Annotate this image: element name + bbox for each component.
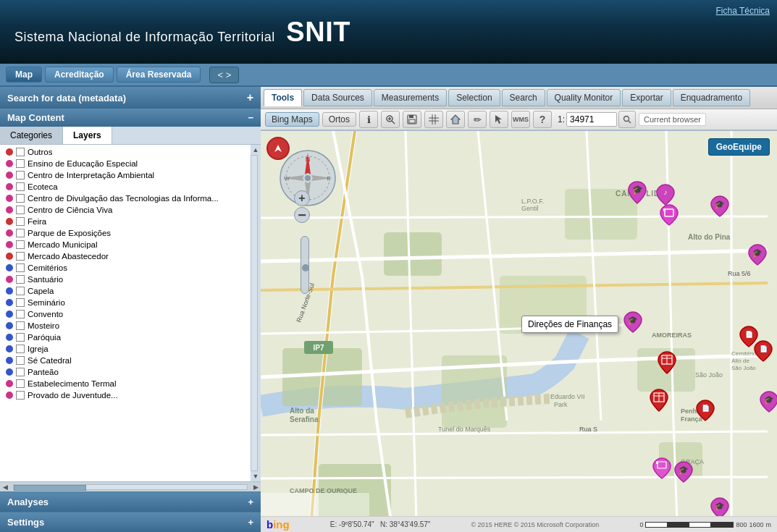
layer-item[interactable]: Centro de Interpretação Ambiental: [0, 169, 251, 181]
layer-item[interactable]: Feira: [0, 216, 251, 227]
ficha-tecnica-link[interactable]: Ficha Técnica: [716, 6, 770, 16]
marker-grad-4[interactable]: 🎓: [673, 460, 694, 486]
marker-grid-3[interactable]: [657, 350, 677, 377]
zoom-out-btn[interactable]: −: [294, 207, 310, 223]
marker-grad-5[interactable]: [652, 457, 672, 482]
marker-grad-6[interactable]: 🎓: [710, 497, 730, 516]
marker-3[interactable]: [659, 203, 679, 229]
nav-map-btn[interactable]: Map: [6, 67, 42, 83]
layer-item[interactable]: Seminário: [0, 297, 251, 308]
layer-checkbox[interactable]: [16, 263, 25, 272]
geoequipe-btn[interactable]: GeoEquipe: [708, 138, 770, 156]
layer-item[interactable]: Cemitérios: [0, 262, 251, 274]
layer-item[interactable]: Capela: [0, 285, 251, 297]
scroll-down-arrow[interactable]: ▼: [251, 471, 261, 481]
marker-grad-1[interactable]: 🎓: [623, 311, 643, 336]
search-section-header[interactable]: Search for data (metadata) +: [0, 87, 261, 109]
layer-checkbox[interactable]: [16, 252, 25, 261]
bing-maps-btn[interactable]: Bing Maps: [265, 112, 319, 127]
scroll-track[interactable]: [251, 155, 258, 471]
home-icon-btn[interactable]: [446, 111, 465, 128]
help-icon-btn[interactable]: ?: [533, 111, 552, 128]
marker-grad-2[interactable]: 🎓: [759, 390, 777, 415]
layer-item[interactable]: Estabelecimento Termal: [0, 378, 251, 389]
layer-item[interactable]: Provado de Juventude...: [0, 389, 251, 401]
scroll-left-arrow[interactable]: ◀: [0, 484, 10, 491]
settings-expand-btn[interactable]: +: [248, 517, 253, 528]
layer-item[interactable]: Igreja: [0, 343, 251, 355]
scale-search-btn[interactable]: [618, 111, 636, 128]
scroll-up-arrow[interactable]: ▲: [251, 145, 261, 155]
marker-4[interactable]: 🎓: [710, 195, 730, 220]
layer-item[interactable]: Outros: [0, 146, 251, 158]
info-icon-btn[interactable]: ℹ: [359, 111, 378, 128]
search-expand-btn[interactable]: +: [247, 91, 253, 104]
layer-checkbox[interactable]: [16, 298, 25, 307]
map-canvas[interactable]: IP7 Rua Norte-Sul Rua 5/6 Rua S: [261, 131, 777, 516]
h-scroll-thumb[interactable]: [14, 485, 86, 491]
zoom-in-icon-btn[interactable]: [381, 111, 400, 128]
layer-item[interactable]: Centro de Ciência Viva: [0, 204, 251, 216]
h-scroll-track[interactable]: [13, 484, 248, 490]
analyses-section[interactable]: Analyses +: [0, 491, 261, 512]
layer-checkbox[interactable]: [16, 217, 25, 226]
nav-acreditacao-btn[interactable]: Acreditação: [45, 67, 114, 83]
layer-checkbox[interactable]: [16, 345, 25, 353]
layer-checkbox[interactable]: [16, 229, 25, 237]
select-icon-btn[interactable]: [490, 111, 508, 128]
layer-checkbox[interactable]: [16, 159, 25, 168]
marker-red-3[interactable]: 📄: [753, 339, 773, 365]
tab-layers[interactable]: Layers: [63, 127, 112, 144]
grid-icon-btn[interactable]: [424, 111, 443, 128]
layer-checkbox[interactable]: [16, 240, 25, 249]
layer-checkbox[interactable]: [16, 356, 25, 365]
layer-checkbox[interactable]: [16, 148, 25, 156]
layer-item[interactable]: Mercado Municipal: [0, 239, 251, 250]
layer-checkbox[interactable]: [16, 182, 25, 191]
layer-item[interactable]: Paróquia: [0, 332, 251, 343]
marker-1[interactable]: 🎓: [626, 180, 648, 207]
layer-item[interactable]: Centro de Divulgação das Tecnologias da …: [0, 193, 251, 204]
marker-grid-1[interactable]: [649, 388, 669, 415]
layer-item[interactable]: Santuário: [0, 274, 251, 285]
wms-icon-btn[interactable]: WMS: [511, 111, 530, 128]
layer-item[interactable]: Parque de Exposições: [0, 227, 251, 239]
layer-item[interactable]: Mercado Abastecedor: [0, 250, 251, 262]
layer-checkbox[interactable]: [16, 321, 25, 330]
scroll-right-arrow[interactable]: ▶: [251, 484, 261, 491]
layer-item[interactable]: Panteão: [0, 366, 251, 378]
marker-red-4[interactable]: 📄: [695, 399, 715, 424]
layer-item[interactable]: Ecoteca: [0, 181, 251, 193]
nav-arrows-btn[interactable]: < >: [209, 67, 239, 83]
toolbar-tab-measurements[interactable]: Measurements: [374, 89, 447, 106]
toolbar-tab-search[interactable]: Search: [502, 89, 545, 106]
layer-checkbox[interactable]: [16, 391, 25, 400]
nav-area-reservada-btn[interactable]: Área Reservada: [117, 67, 201, 83]
zoom-slider-thumb[interactable]: [302, 264, 309, 271]
toolbar-tab-datasources[interactable]: Data Sources: [303, 89, 372, 106]
toolbar-tab-selection[interactable]: Selection: [448, 89, 500, 106]
map-content-expand-btn[interactable]: −: [248, 112, 253, 123]
toolbar-tab-enquadramento[interactable]: Enquadramento: [673, 89, 750, 106]
analyses-expand-btn[interactable]: +: [248, 497, 253, 507]
layer-checkbox[interactable]: [16, 368, 25, 376]
h-scrollbar[interactable]: ◀ ▶: [0, 481, 261, 491]
marker-5[interactable]: 🎓: [747, 243, 768, 269]
layer-checkbox[interactable]: [16, 171, 25, 180]
ortos-btn[interactable]: Ortos: [322, 112, 356, 127]
layer-checkbox[interactable]: [16, 310, 25, 318]
save-icon-btn[interactable]: [403, 111, 421, 128]
layer-item[interactable]: Convento: [0, 308, 251, 320]
toolbar-tab-tools[interactable]: Tools: [264, 89, 302, 106]
sidebar-scrollbar[interactable]: ▲ ▼: [251, 145, 261, 481]
settings-section[interactable]: Settings +: [0, 512, 261, 532]
layer-item[interactable]: Ensino de Educação Especial: [0, 158, 251, 169]
map-action-btn[interactable]: [266, 137, 290, 160]
layer-checkbox[interactable]: [16, 287, 25, 295]
draw-icon-btn[interactable]: ✏: [468, 111, 487, 128]
zoom-in-btn[interactable]: +: [294, 190, 310, 206]
map-content-header[interactable]: Map Content −: [0, 109, 261, 127]
tab-categories[interactable]: Categories: [0, 127, 63, 144]
toolbar-tab-exportar[interactable]: Exportar: [622, 89, 671, 106]
scale-input[interactable]: [566, 112, 617, 127]
